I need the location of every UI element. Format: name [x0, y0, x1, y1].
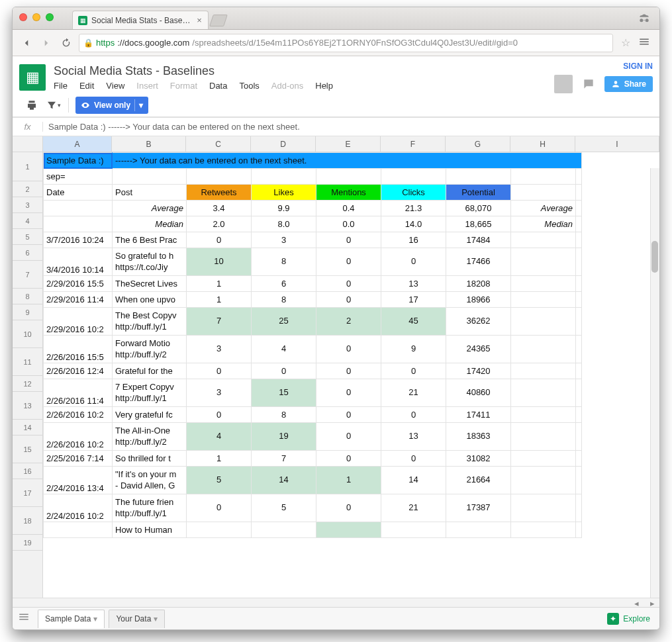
cell[interactable]: 19 [252, 423, 316, 451]
new-tab-button[interactable] [209, 15, 228, 26]
cell[interactable]: So grateful to hhttps://t.co/Jiy [113, 248, 187, 276]
menu-data[interactable]: Data [209, 81, 227, 91]
row-header[interactable]: 4 [13, 213, 42, 229]
cell[interactable]: 16 [381, 232, 446, 248]
row-header[interactable]: 14 [13, 420, 42, 436]
row-header[interactable]: 6 [13, 245, 42, 261]
cell[interactable]: 3 [187, 379, 252, 407]
address-bar[interactable]: 🔒 https://docs.google.com/spreadsheets/d… [79, 34, 613, 52]
row-header[interactable]: 19 [13, 535, 42, 551]
cell[interactable]: 9 [381, 336, 446, 363]
cell[interactable]: The Best Copyvhttp://buff.ly/1 [113, 308, 187, 336]
cell[interactable]: Post [113, 185, 187, 201]
cell[interactable] [576, 363, 582, 379]
cell[interactable]: 31082 [446, 451, 511, 467]
cell[interactable]: 17387 [446, 494, 511, 522]
cell[interactable]: 13 [381, 423, 446, 451]
cell[interactable]: Forward Motiohttp://buff.ly/2 [113, 336, 187, 363]
print-icon[interactable] [23, 97, 40, 114]
cell[interactable]: 21 [381, 494, 446, 522]
row-header[interactable]: 1 [13, 152, 42, 181]
row-header[interactable]: 12 [13, 376, 42, 392]
cell[interactable]: 17484 [446, 232, 511, 248]
cell[interactable] [511, 467, 576, 494]
cell[interactable]: Sample Data :) [44, 153, 113, 169]
cell[interactable]: 8 [252, 248, 316, 276]
cell[interactable]: Likes [252, 185, 316, 201]
cell[interactable]: 14.0 [381, 216, 446, 232]
vertical-scrollbar[interactable] [650, 168, 659, 598]
cell[interactable]: 1 [316, 467, 381, 494]
cell[interactable] [316, 169, 381, 185]
cell[interactable]: 2/25/2016 7:14 [44, 451, 113, 467]
cell[interactable]: 2/24/2016 10:2 [44, 494, 113, 522]
cell[interactable] [576, 185, 582, 201]
cell[interactable] [576, 379, 582, 407]
scroll-right-icon[interactable]: ▸ [648, 598, 657, 607]
cell[interactable]: 14 [381, 467, 446, 494]
cell[interactable] [381, 169, 446, 185]
cell[interactable]: The 6 Best Prac [113, 232, 187, 248]
cell[interactable]: 8 [252, 292, 316, 308]
cell[interactable]: 17420 [446, 363, 511, 379]
sign-in-link[interactable]: SIGN IN [623, 62, 653, 71]
filter-icon[interactable]: ▾ [44, 97, 62, 114]
cell[interactable]: 0 [316, 292, 381, 308]
cell[interactable]: sep= [44, 169, 113, 185]
cell[interactable]: 45 [381, 308, 446, 336]
cell[interactable]: 0.0 [316, 216, 381, 232]
browser-menu-icon[interactable] [638, 36, 653, 50]
cell[interactable]: 2.0 [187, 216, 252, 232]
cell[interactable]: 24365 [446, 336, 511, 363]
cell[interactable]: 2/26/2016 10:2 [44, 423, 113, 451]
cell[interactable]: So thrilled for t [113, 451, 187, 467]
cell[interactable] [576, 494, 582, 522]
cell[interactable]: 1 [187, 292, 252, 308]
cell[interactable] [511, 336, 576, 363]
row-header[interactable]: 9 [13, 304, 42, 320]
col-C[interactable]: C [186, 136, 251, 152]
cell[interactable]: 21 [381, 379, 446, 407]
cell[interactable]: 3/4/2016 10:14 [44, 248, 113, 276]
row-header[interactable]: 13 [13, 392, 42, 420]
cell[interactable]: 25 [252, 308, 316, 336]
cell[interactable]: 0 [187, 407, 252, 423]
cell[interactable] [44, 216, 113, 232]
cell[interactable]: 2/24/2016 13:4 [44, 467, 113, 494]
view-only-caret-icon[interactable]: ▾ [134, 99, 143, 111]
cell[interactable]: 6 [252, 276, 316, 292]
cell[interactable] [446, 522, 511, 538]
cell[interactable]: Very grateful fc [113, 407, 187, 423]
sheet-tab-yourdata[interactable]: Your Data▾ [109, 610, 165, 628]
cell[interactable]: The All-in-One http://buff.ly/2 [113, 423, 187, 451]
cell[interactable]: 0 [187, 363, 252, 379]
cell[interactable]: 0 [316, 336, 381, 363]
cell[interactable]: Mentions [316, 185, 381, 201]
cell[interactable] [511, 522, 576, 538]
cell[interactable] [576, 276, 582, 292]
cell[interactable]: 1 [187, 276, 252, 292]
cell[interactable]: When one upvo [113, 292, 187, 308]
cell[interactable]: 8.0 [252, 216, 316, 232]
cell[interactable]: 36262 [446, 308, 511, 336]
cell[interactable]: 0 [187, 494, 252, 522]
sheets-logo-icon[interactable]: ▦ [19, 64, 46, 91]
cell[interactable]: 2/26/2016 15:5 [44, 336, 113, 363]
cell[interactable] [576, 292, 582, 308]
cell[interactable] [252, 522, 316, 538]
all-sheets-icon[interactable] [18, 611, 34, 627]
cell[interactable]: Date [44, 185, 113, 201]
cell[interactable]: 18,665 [446, 216, 511, 232]
chevron-down-icon[interactable]: ▾ [93, 614, 97, 623]
cell[interactable] [511, 379, 576, 407]
cell[interactable] [316, 522, 381, 538]
cell[interactable]: 17411 [446, 407, 511, 423]
cell[interactable]: ------> Your data can be entered on the … [113, 153, 582, 169]
cell[interactable]: 40860 [446, 379, 511, 407]
cell[interactable]: Retweets [187, 185, 252, 201]
cell[interactable]: 5 [252, 494, 316, 522]
row-header[interactable]: 11 [13, 348, 42, 376]
cell[interactable]: 0 [316, 494, 381, 522]
cell[interactable] [576, 169, 582, 185]
row-header[interactable]: 5 [13, 229, 42, 245]
